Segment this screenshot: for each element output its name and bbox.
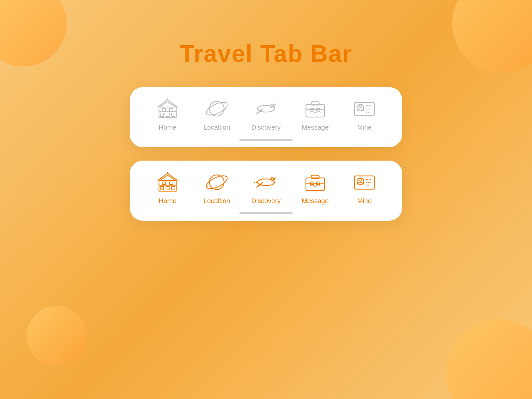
tab-items-active: Home Localtion <box>143 171 389 205</box>
message-icon <box>302 97 329 120</box>
tab-label-home-inactive: Home <box>159 124 176 131</box>
tab-item-mine-inactive[interactable]: Mine <box>344 97 384 131</box>
svg-point-23 <box>359 105 362 108</box>
location-icon-active <box>203 171 230 194</box>
tab-label-mine-inactive: Mine <box>357 124 371 131</box>
tab-label-discovery-active: Discovery <box>251 197 281 205</box>
message-icon-active <box>302 171 329 194</box>
mine-icon <box>351 97 378 120</box>
svg-rect-34 <box>166 187 169 190</box>
discovery-icon-active <box>253 171 279 194</box>
page-title: Travel Tab Bar <box>0 40 532 67</box>
scroll-indicator-inactive <box>239 139 293 141</box>
mine-icon-active <box>351 171 378 194</box>
tab-item-message-inactive[interactable]: Message <box>295 97 335 131</box>
deco-circle-bottom-left <box>27 306 86 366</box>
svg-rect-10 <box>170 108 173 111</box>
svg-point-50 <box>359 179 362 181</box>
home-icon-active <box>154 171 181 194</box>
tab-item-home-inactive[interactable]: Home <box>148 97 188 131</box>
svg-rect-37 <box>170 182 173 185</box>
svg-line-2 <box>158 100 168 107</box>
tab-label-message-active: Message <box>302 197 329 205</box>
tab-item-mine-active[interactable]: Mine <box>344 171 384 205</box>
svg-rect-33 <box>160 187 164 190</box>
tab-item-location-inactive[interactable]: Localtion <box>197 97 237 131</box>
scroll-indicator-active <box>239 212 293 214</box>
svg-rect-16 <box>306 104 325 117</box>
svg-point-13 <box>204 100 229 118</box>
deco-circle-bottom-right <box>446 319 532 399</box>
svg-point-40 <box>204 173 229 191</box>
svg-line-29 <box>158 173 168 181</box>
svg-rect-43 <box>306 178 325 191</box>
svg-rect-8 <box>172 113 175 116</box>
tab-bar-active: Home Localtion <box>130 161 402 221</box>
svg-line-3 <box>168 100 178 107</box>
tab-item-home-active[interactable]: Home <box>148 171 188 205</box>
tab-label-discovery-inactive: Discovery <box>251 124 281 131</box>
location-icon <box>203 97 230 120</box>
tab-label-message-inactive: Message <box>302 124 329 131</box>
svg-rect-36 <box>162 182 166 185</box>
svg-rect-9 <box>162 108 166 111</box>
tab-label-home-active: Home <box>159 197 176 205</box>
tab-items-inactive: Home Localtion <box>143 97 389 131</box>
tab-item-location-active[interactable]: Localtion <box>197 171 237 205</box>
tab-bar-inactive: Home Localtion <box>130 87 402 147</box>
tab-label-location-inactive: Localtion <box>203 124 230 131</box>
tab-item-discovery-active[interactable]: Discovery <box>246 171 286 205</box>
svg-rect-6 <box>160 113 164 116</box>
tab-item-message-active[interactable]: Message <box>295 171 335 205</box>
svg-rect-35 <box>172 187 175 190</box>
tab-label-location-active: Localtion <box>203 197 230 205</box>
discovery-icon <box>253 97 279 120</box>
svg-rect-7 <box>166 113 169 116</box>
tab-label-mine-active: Mine <box>357 197 371 205</box>
home-icon <box>154 97 181 120</box>
svg-line-30 <box>168 173 178 181</box>
tab-item-discovery-inactive[interactable]: Discovery <box>246 97 286 131</box>
